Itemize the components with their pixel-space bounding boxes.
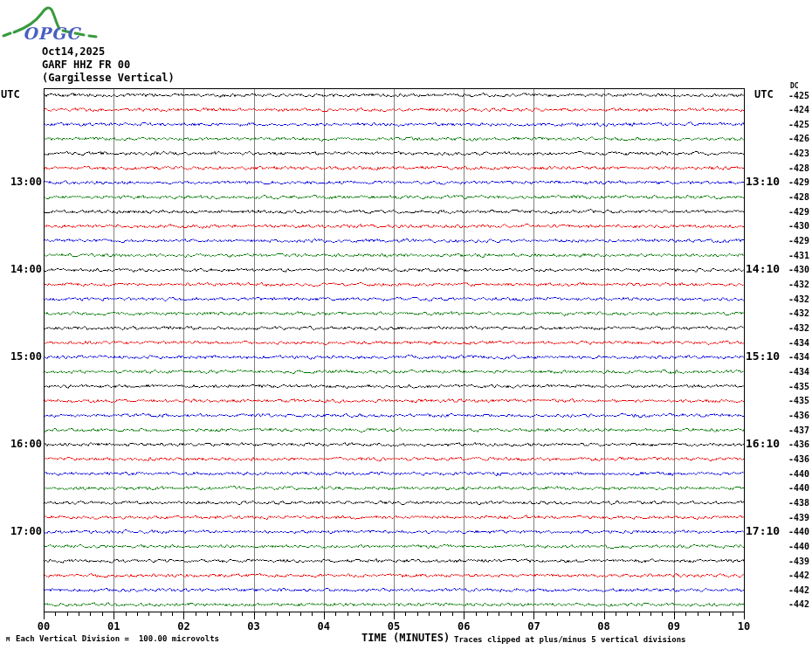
dc-value: -435 — [788, 396, 809, 405]
dc-value: -432 — [788, 308, 809, 318]
x-tick-label: 06 — [458, 620, 470, 633]
x-tick-label: 08 — [597, 620, 609, 633]
dc-value: -442 — [788, 570, 809, 580]
dc-value: -430 — [788, 221, 809, 231]
left-hour-label: 16:00 — [2, 439, 42, 450]
dc-value: -432 — [788, 323, 809, 333]
x-axis-title: TIME (MINUTES) — [361, 632, 450, 644]
x-tick-label: 04 — [318, 620, 330, 633]
opgc-logo: OPGC — [2, 2, 100, 44]
dc-value: -423 — [788, 149, 809, 158]
x-tick-label: 05 — [388, 620, 400, 633]
right-end-label: 15:10 — [746, 350, 780, 363]
dc-value: -430 — [788, 265, 809, 274]
dc-value: -437 — [788, 425, 809, 435]
dc-value: -432 — [788, 294, 809, 304]
dc-value: -426 — [788, 134, 809, 143]
dc-value: -434 — [788, 367, 809, 377]
helicorder-page: OPGC Oct14,2025 GARF HHZ FR 00 (Gargiles… — [0, 0, 812, 650]
utc-label-left: UTC — [1, 88, 20, 100]
dc-value: -439 — [788, 513, 809, 522]
scale-note: Each Vertical Division = 100.00 microvol… — [16, 634, 219, 643]
dc-value: -434 — [788, 338, 809, 348]
dc-value: -425 — [788, 120, 809, 129]
dc-value: -432 — [788, 280, 809, 289]
seismogram-canvas — [0, 0, 812, 650]
logo-text: OPGC — [23, 24, 82, 43]
dc-value: -436 — [788, 411, 809, 420]
clip-note: Traces clipped at plus/minus 5 vertical … — [454, 635, 686, 644]
header-date: Oct14,2025 — [42, 46, 105, 58]
dc-value: -440 — [788, 527, 809, 536]
dc-value: -431 — [788, 251, 809, 260]
x-tick-label: 00 — [38, 620, 50, 633]
x-tick-label: 07 — [527, 620, 540, 633]
dc-value: -436 — [788, 454, 809, 464]
x-tick-label: 02 — [177, 620, 189, 633]
left-hour-label: 13:00 — [2, 176, 42, 188]
dc-value: -428 — [788, 163, 809, 173]
x-tick-label: 03 — [247, 620, 259, 633]
dc-value: -435 — [788, 382, 809, 391]
right-end-label: 17:10 — [746, 525, 780, 537]
corner-mark: M — [6, 636, 10, 643]
dc-value: -438 — [788, 498, 809, 508]
dc-value: -434 — [788, 352, 809, 362]
right-end-label: 14:10 — [746, 263, 780, 275]
dc-column-header: DC — [790, 83, 799, 90]
dc-value: -436 — [788, 439, 809, 449]
dc-value: -442 — [788, 599, 809, 609]
dc-value: -439 — [788, 557, 809, 566]
header-station-description: (Gargilesse Vertical) — [42, 73, 175, 84]
dc-value: -442 — [788, 585, 809, 595]
utc-label-right: UTC — [754, 88, 774, 100]
x-tick-label: 10 — [738, 620, 750, 633]
x-tick-label: 09 — [668, 620, 680, 633]
dc-value: -424 — [788, 105, 809, 114]
right-end-label: 16:10 — [746, 438, 780, 450]
dc-value: -428 — [788, 192, 809, 202]
dc-value: -440 — [788, 483, 809, 493]
dc-value: -429 — [788, 207, 809, 217]
header-station: GARF HHZ FR 00 — [42, 59, 130, 71]
dc-value: -440 — [788, 542, 809, 551]
right-end-label: 13:10 — [746, 176, 780, 188]
dc-value: -429 — [788, 177, 809, 187]
left-hour-label: 15:00 — [2, 351, 42, 363]
dc-value: -429 — [788, 236, 809, 245]
x-tick-label: 01 — [107, 620, 120, 633]
left-hour-label: 14:00 — [2, 264, 42, 275]
dc-value: -425 — [788, 91, 809, 100]
dc-value: -440 — [788, 469, 809, 479]
left-hour-label: 17:00 — [2, 526, 42, 537]
